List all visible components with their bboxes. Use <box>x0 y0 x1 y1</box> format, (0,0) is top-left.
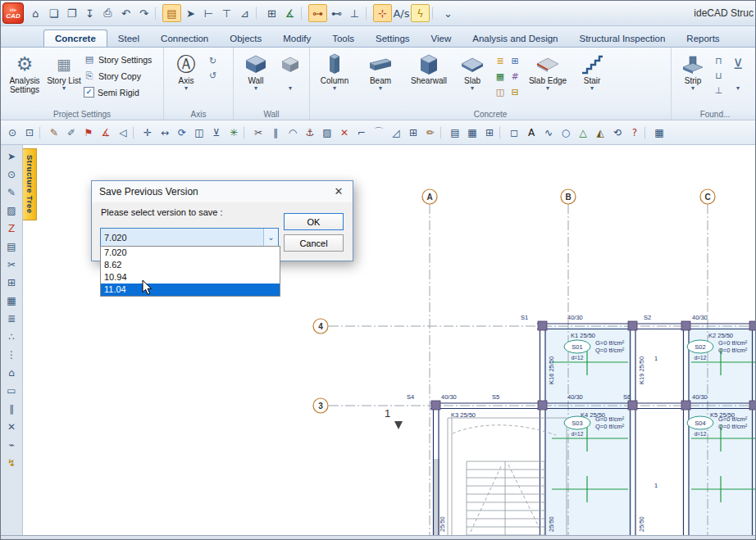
separator[interactable] <box>256 7 261 20</box>
grid-tool-icon[interactable]: ⊞ <box>2 274 20 292</box>
arc-tool-icon[interactable]: ◁ <box>115 125 131 141</box>
column-button[interactable]: Column <box>312 49 357 109</box>
triangle-icon[interactable]: △ <box>575 125 591 141</box>
ribbed-slab-icon[interactable]: ≣ <box>494 54 507 68</box>
redo-icon[interactable]: ↷ <box>135 5 153 21</box>
separator[interactable] <box>432 7 437 20</box>
flip-icon[interactable]: ⊻ <box>208 125 225 141</box>
tab-analysis-and-design[interactable]: Analysis and Design <box>462 30 568 47</box>
spreadsheet-icon[interactable]: ▦ <box>464 125 480 141</box>
home-tool-icon[interactable]: ⌂ <box>2 364 20 382</box>
separator[interactable] <box>301 7 306 20</box>
pointer-icon[interactable]: ➤ <box>182 5 199 21</box>
mirror-icon[interactable]: ◫ <box>191 125 207 141</box>
frame-icon[interactable]: ⊞ <box>405 125 421 141</box>
edit-icon[interactable]: ✎ <box>46 125 62 141</box>
toolbar-more-icon[interactable]: ⌄ <box>439 5 457 21</box>
zoom-extents-icon[interactable]: ⊙ <box>4 125 20 141</box>
rotate-icon[interactable]: ⟳ <box>174 125 190 141</box>
polyline-icon[interactable]: ∿ <box>540 125 557 141</box>
separator[interactable] <box>39 126 44 139</box>
flag-icon[interactable]: ⚑ <box>80 125 97 141</box>
pile-foundation-icon[interactable]: ⊥ <box>712 84 726 97</box>
wire-tool-icon[interactable]: ⌁ <box>2 436 20 454</box>
slab-button[interactable]: Slab <box>453 49 491 109</box>
drawing-canvas[interactable]: Structure Tree <box>23 145 755 535</box>
version-option[interactable]: 8.62 <box>101 259 280 271</box>
table-tool-icon[interactable]: ▦ <box>2 292 20 310</box>
slab-edge-button[interactable]: Slab Edge <box>524 49 572 109</box>
analysis-settings-button[interactable]: ⚙ Analysis Settings <box>3 49 46 109</box>
align-left-icon[interactable]: ⊢ <box>200 5 217 21</box>
open-file-icon[interactable]: ❐ <box>63 5 80 21</box>
snap-mid-icon[interactable]: ⊷ <box>328 5 345 21</box>
flat-slab-icon[interactable]: ⊟ <box>508 85 521 99</box>
stair-button[interactable]: Stair <box>572 49 613 109</box>
joist-slab-icon[interactable]: # <box>508 70 521 84</box>
cancel-button[interactable]: Cancel <box>284 234 344 252</box>
section-tool-icon[interactable]: Z <box>2 220 20 238</box>
raft-foundation-icon[interactable]: ⊓ <box>712 54 726 67</box>
undo-icon[interactable]: ↶ <box>117 5 134 21</box>
probe-icon[interactable]: ✏ <box>422 125 439 141</box>
save-icon[interactable]: ↧ <box>81 5 98 21</box>
calculator-icon[interactable]: ▤ <box>447 125 463 141</box>
rect-tool-icon[interactable]: ▭ <box>2 382 20 400</box>
trim-icon[interactable]: ✂ <box>250 125 266 141</box>
delete-tool-icon[interactable]: ✕ <box>2 418 20 436</box>
angle-measure-icon[interactable]: ∡ <box>98 125 114 141</box>
align-top-icon[interactable]: ⊤ <box>218 5 235 21</box>
tab-view[interactable]: View <box>421 30 462 47</box>
select-tool-icon[interactable]: ➤ <box>2 147 20 166</box>
bolt-tool-icon[interactable]: ↯ <box>2 454 20 472</box>
panel-slab-icon[interactable]: ◫ <box>494 85 507 99</box>
zoom-tool-icon[interactable]: ⊙ <box>2 166 20 184</box>
story-copy-button[interactable]: ⎘ Story Copy <box>84 69 152 83</box>
print-icon[interactable]: ⎙ <box>99 5 116 21</box>
axis-button[interactable]: Ⓐ Axis <box>166 49 206 109</box>
tab-settings[interactable]: Settings <box>365 30 421 47</box>
snap-perp-icon[interactable]: ⊥ <box>346 5 363 21</box>
break-icon[interactable]: ✕ <box>336 125 353 141</box>
new-file-icon[interactable]: ❏ <box>45 5 62 21</box>
version-combobox[interactable]: 7.020 ⌄ <box>100 228 279 247</box>
slope-icon[interactable]: ⊿ <box>236 5 253 21</box>
text-case-icon[interactable]: A/s <box>393 5 410 21</box>
sketch-icon[interactable]: ✐ <box>63 125 80 141</box>
dots-tool-icon[interactable]: ⋮ <box>2 346 20 364</box>
version-option[interactable]: 7.020 <box>101 247 280 259</box>
dim-angle-icon[interactable]: ∡ <box>281 5 298 21</box>
chamfer-icon[interactable]: ◿ <box>388 125 404 141</box>
chevron-down-icon[interactable]: ⌄ <box>263 229 278 246</box>
dim-grid-icon[interactable]: ⊞ <box>263 5 280 21</box>
shearwall-button[interactable]: Shearwall <box>404 49 453 109</box>
zoom-window-icon[interactable]: ⊡ <box>21 125 38 141</box>
snap-intersection-icon[interactable]: ⊹ <box>373 4 392 22</box>
scissors-tool-icon[interactable]: ✂ <box>2 256 20 274</box>
array-icon[interactable]: ✳ <box>225 125 242 141</box>
list-tool-icon[interactable]: ≣ <box>2 310 20 328</box>
wall-button[interactable]: Wall <box>236 49 276 109</box>
terrain-icon[interactable]: ◭ <box>592 125 608 141</box>
text-icon[interactable]: A <box>523 125 540 141</box>
lightning-icon[interactable]: ϟ <box>411 4 430 22</box>
split-icon[interactable]: ∥ <box>267 125 284 141</box>
rotate-view-icon[interactable]: ⟲ <box>609 125 626 141</box>
beam-button[interactable]: Beam <box>357 49 404 109</box>
grid-icon[interactable]: ⊞ <box>481 125 498 141</box>
separator[interactable] <box>644 126 649 139</box>
tab-modify[interactable]: Modify <box>272 30 321 47</box>
semi-rigid-checkbox[interactable]: ✓ Semi Rigid <box>84 85 152 99</box>
corner-icon[interactable]: ⌐ <box>353 125 370 141</box>
home-icon[interactable]: ⌂ <box>27 5 44 21</box>
hatch-icon[interactable]: ▨ <box>319 125 335 141</box>
table-icon[interactable]: ▦ <box>651 125 667 141</box>
dialog-titlebar[interactable]: Save Previous Version <box>92 181 353 202</box>
move-icon[interactable]: ✛ <box>139 125 156 141</box>
hollow-slab-icon[interactable]: ⊞ <box>508 54 521 68</box>
fillet-icon[interactable]: ⌒ <box>371 125 387 141</box>
snap-node-icon[interactable]: ⊶ <box>308 4 327 22</box>
hatch-tool-icon[interactable]: ▨ <box>2 202 20 220</box>
columns-tool-icon[interactable]: ∥ <box>2 400 20 418</box>
tab-steel[interactable]: Steel <box>107 30 150 47</box>
